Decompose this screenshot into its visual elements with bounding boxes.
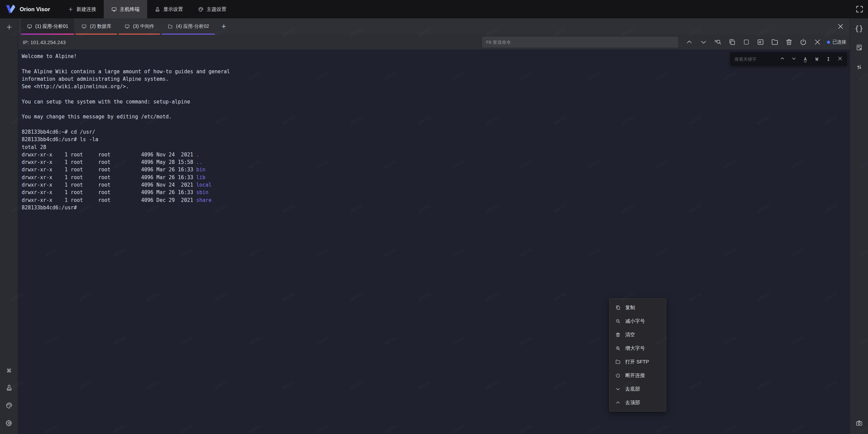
tab-app-analysis-01[interactable]: (1) 应用-分析01: [21, 18, 74, 35]
close-all-tabs-icon[interactable]: [837, 23, 844, 30]
terminal-text: 828133bb4cd6:~# cd /usr/: [22, 129, 95, 135]
copy-button[interactable]: [728, 38, 736, 46]
menu-open-sftp[interactable]: 打开 SFTP: [610, 355, 666, 369]
power-icon: [799, 41, 807, 47]
disconnect-button[interactable]: [799, 38, 807, 46]
tab-underline: [119, 34, 160, 35]
menu-label: 显示设置: [163, 6, 183, 13]
close-icon: [837, 56, 843, 63]
menu-go-bottom[interactable]: 去底部: [610, 382, 666, 396]
terminal-line: You can setup the system with the comman…: [22, 98, 850, 106]
search-button[interactable]: [714, 38, 722, 46]
terminal-text: [22, 61, 25, 67]
orion-visor-logo: [5, 4, 16, 14]
terminal-line: drwxr-xr-x 1 root root 4096 Mar 26 16:33…: [22, 174, 850, 181]
search-prev-button[interactable]: [779, 56, 786, 62]
terminal-line: drwxr-xr-x 1 root root 4096 May 28 15:58…: [22, 158, 850, 166]
fullscreen-icon[interactable]: [855, 5, 864, 14]
terminal-line: drwxr-xr-x 1 root root 4096 Nov 24 2021 …: [22, 181, 850, 189]
main-area: ⌘ (1) 应用-分析01(2) 数据库(3) 中间件(4) 应用-分析02 +…: [0, 18, 868, 434]
chevron-up-icon: [615, 400, 621, 405]
terminal-line: 828133bb4cd6:/usr#: [22, 204, 850, 211]
terminal-text: drwxr-xr-x 1 root root 4096 Dec 29 2021: [22, 197, 196, 203]
menu-copy[interactable]: 复制: [610, 301, 666, 314]
context-menu-label: 减小字号: [625, 318, 645, 324]
context-menu-label: 清空: [625, 332, 635, 338]
terminal-context-menu: 复制减小字号清空增大字号打开 SFTP断开连接去底部去顶部: [609, 298, 666, 412]
send-command-input[interactable]: [482, 37, 678, 48]
terminal-line: See <http://wiki.alpinelinux.org/>.: [22, 83, 850, 90]
menu-font-larger[interactable]: 增大字号: [610, 341, 666, 355]
menu-display-settings[interactable]: 显示设置: [147, 0, 191, 18]
scroll-down-button[interactable]: [699, 38, 708, 46]
directory-name: sbin: [196, 189, 209, 195]
add-tab-button[interactable]: +: [216, 23, 231, 30]
transfer-list-button[interactable]: [854, 63, 864, 73]
terminal-text: drwxr-xr-x 1 root root 4096 Mar 26 16:33: [22, 167, 196, 173]
regex-button[interactable]: I: [825, 56, 832, 62]
terminal-line: total 28: [22, 144, 850, 151]
menu-disconnect[interactable]: 断开连接: [610, 369, 666, 382]
variables-button-glyph: {}: [855, 24, 863, 33]
whole-word-button[interactable]: W: [813, 56, 820, 62]
variables-button[interactable]: {}: [854, 24, 864, 33]
terminal-text: information about administrating Alpine …: [22, 76, 169, 82]
tab-app-analysis-02[interactable]: (4) 应用-分析02: [162, 18, 215, 35]
tab-middleware[interactable]: (3) 中间件: [119, 18, 160, 35]
scroll-up-button[interactable]: [685, 38, 693, 46]
menu-font-smaller[interactable]: 减小字号: [610, 314, 666, 328]
left-sidebar: ⌘: [0, 18, 18, 434]
terminal-line: The Alpine Wiki contains a large amount …: [22, 68, 850, 75]
terminal-line: drwxr-xr-x 1 root root 4096 Mar 26 16:33…: [22, 189, 850, 196]
terminal-text: See <http://wiki.alpinelinux.org/>.: [22, 83, 129, 90]
menu-theme-settings[interactable]: 主题设置: [191, 0, 234, 18]
terminal-text: drwxr-xr-x 1 root root 4096 Mar 26 16:33: [22, 189, 196, 195]
menu-host-terminal[interactable]: 主机终端: [104, 0, 147, 18]
context-menu-label: 去顶部: [625, 399, 640, 406]
search-next-button[interactable]: [790, 56, 797, 62]
folder-icon: [771, 41, 779, 47]
camera-icon: [855, 419, 863, 428]
insert-command-button[interactable]: [756, 38, 765, 46]
tab-underline: [162, 34, 215, 35]
match-case-button-glyph: A: [804, 56, 807, 62]
chevron-up-icon: [685, 41, 693, 47]
terminal-line: 828133bb4cd6:/usr# ls -la: [22, 136, 850, 143]
menu-go-top[interactable]: 去顶部: [610, 396, 666, 409]
chevron-down-icon: [615, 386, 621, 392]
settings-button[interactable]: [4, 419, 14, 429]
terminal-line: information about administrating Alpine …: [22, 75, 850, 83]
zoom-in-icon: [615, 345, 621, 351]
code-icon: [756, 41, 765, 47]
chevron-down-icon: [791, 56, 797, 63]
tab-database[interactable]: (2) 数据库: [76, 18, 117, 35]
sftp-button[interactable]: [771, 38, 779, 46]
gear-icon: [5, 419, 13, 428]
plus-icon: [68, 6, 74, 12]
paste-button[interactable]: [742, 38, 750, 46]
match-case-button[interactable]: A: [802, 56, 809, 62]
context-menu-label: 断开连接: [625, 372, 645, 379]
ip-address: IP: 101.43.254.243: [18, 39, 66, 45]
shortcut-keys-button[interactable]: ⌘: [4, 366, 14, 376]
terminal-screen[interactable]: Welcome to Alpine! The Alpine Wiki conta…: [18, 50, 850, 434]
terminal-line: You may change this message by editing /…: [22, 113, 850, 120]
display-settings-button[interactable]: [4, 384, 14, 393]
chevron-up-icon: [780, 56, 785, 63]
command-snippet-button[interactable]: [854, 43, 864, 53]
search-keyword-input[interactable]: [730, 57, 776, 62]
monitor-icon: [124, 24, 130, 29]
new-tab-button[interactable]: [4, 23, 14, 33]
theme-settings-button[interactable]: [4, 401, 14, 411]
close-terminal-button[interactable]: [813, 38, 822, 46]
search-close-button[interactable]: [836, 56, 843, 62]
top-bar: Orion Visor 新建连接主机终端显示设置主题设置: [0, 0, 868, 18]
screenshot-button[interactable]: [854, 419, 864, 429]
doc-bookmark-icon: [855, 44, 863, 53]
menu-clear[interactable]: 清空: [610, 328, 666, 341]
menu-new-connection[interactable]: 新建连接: [60, 0, 104, 18]
power-icon: [615, 373, 621, 378]
terminal-line: drwxr-xr-x 1 root root 4096 Mar 26 16:33…: [22, 166, 850, 173]
clear-button[interactable]: [785, 38, 793, 46]
menu-label: 主题设置: [207, 6, 226, 13]
